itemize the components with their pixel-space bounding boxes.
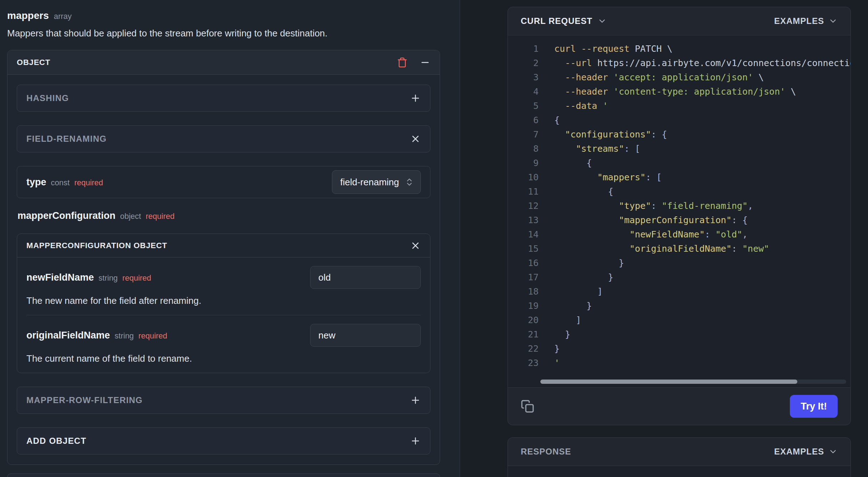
code-line: 7 "configurations": { <box>508 127 851 142</box>
scrollbar-thumb[interactable] <box>540 380 797 384</box>
curl-request-footer: Try It! <box>508 388 851 425</box>
add-object-label: ADD OBJECT <box>26 436 86 446</box>
curl-request-panel: CURL REQUEST EXAMPLES 1curl --request PA… <box>508 7 851 425</box>
field-meta: newFieldName string required <box>26 272 151 283</box>
type-select-value: field-renaming <box>340 177 399 188</box>
collapse-object-button[interactable] <box>420 57 430 68</box>
code-line: 14 "newFieldName": "old", <box>508 227 851 242</box>
add-object-row-outer[interactable]: ADD OBJECT <box>7 473 440 477</box>
mapper-configuration-panel-header: MAPPERCONFIGURATION OBJECT <box>17 234 430 257</box>
field-required: required <box>122 273 151 283</box>
code-line: 10 "mappers": [ <box>508 170 851 185</box>
mapper-configuration-name: mapperConfiguration <box>17 210 116 221</box>
object-panel-body: HASHING FIELD-RENAMING type const r <box>7 75 440 465</box>
type-field-kind: const <box>51 178 70 187</box>
field-heading: mappers array <box>7 10 440 21</box>
type-select[interactable]: field-renaming <box>332 170 421 194</box>
object-panel-actions <box>397 57 430 68</box>
curl-examples-dropdown[interactable]: EXAMPLES <box>774 16 838 26</box>
chevron-down-icon <box>597 16 607 26</box>
curl-request-header: CURL REQUEST EXAMPLES <box>508 7 851 35</box>
object-panel-title: OBJECT <box>17 58 50 67</box>
code-line: 15 "originalFieldName": "new" <box>508 242 851 256</box>
code-line: 19 } <box>508 299 851 313</box>
try-it-button[interactable]: Try It! <box>790 395 838 418</box>
code-line: 2 --url https://api.airbyte.com/v1/conne… <box>508 56 851 70</box>
code-line: 23' <box>508 356 851 370</box>
add-object-row-inner[interactable]: ADD OBJECT <box>17 427 430 455</box>
code-line: 18 ] <box>508 285 851 299</box>
type-field-required: required <box>74 178 103 187</box>
field-name: newFieldName <box>26 272 94 283</box>
response-panel: RESPONSE EXAMPLES <box>508 437 851 477</box>
copy-icon <box>521 400 534 413</box>
plus-icon[interactable] <box>410 93 421 104</box>
type-field-name: type <box>26 177 46 188</box>
section-mapper-row-filtering[interactable]: MAPPER-ROW-FILTERING <box>17 387 430 414</box>
code-line: 13 "mapperConfiguration": { <box>508 213 851 227</box>
schema-form-column: mappers array Mappers that should be app… <box>0 0 460 477</box>
field-kind: string <box>99 273 118 283</box>
field-group-originalFieldName: originalFieldName string required The cu… <box>26 315 421 373</box>
code-line: 5 --data ' <box>508 99 851 113</box>
section-hashing[interactable]: HASHING <box>17 85 430 112</box>
mapper-configuration-required: required <box>146 212 175 221</box>
curl-request-dropdown[interactable]: CURL REQUEST <box>521 16 607 26</box>
field-description: Mappers that should be applied to the st… <box>7 27 440 39</box>
examples-label: EXAMPLES <box>774 447 824 457</box>
code-area: 1curl --request PATCH \2 --url https://a… <box>508 35 851 388</box>
field-row: newFieldName string required <box>26 266 421 289</box>
code-line: 3 --header 'accept: application/json' \ <box>508 70 851 85</box>
field-name: originalFieldName <box>26 330 110 341</box>
code-line: 21 } <box>508 327 851 342</box>
copy-code-button[interactable] <box>521 400 534 413</box>
mapper-configuration-kind: object <box>120 212 141 221</box>
curl-request-title: CURL REQUEST <box>521 16 592 26</box>
mapper-configuration-panel-title: MAPPERCONFIGURATION OBJECT <box>26 241 167 250</box>
code-line: 11 { <box>508 185 851 199</box>
response-header: RESPONSE EXAMPLES <box>508 438 851 466</box>
response-examples-dropdown[interactable]: EXAMPLES <box>774 447 838 457</box>
field-meta: originalFieldName string required <box>26 330 167 341</box>
code-line: 20 ] <box>508 313 851 327</box>
code-line: 1curl --request PATCH \ <box>508 42 851 56</box>
type-field-row: type const required field-renaming <box>17 166 430 198</box>
code-line: 17 } <box>508 270 851 285</box>
plus-icon[interactable] <box>410 436 421 446</box>
originalFieldName-input[interactable] <box>310 324 421 347</box>
object-panel-header: OBJECT <box>7 50 440 75</box>
chevron-down-icon <box>828 16 838 26</box>
code-block: 1curl --request PATCH \2 --url https://a… <box>508 42 851 370</box>
plus-icon[interactable] <box>410 395 421 406</box>
code-line: 16 } <box>508 256 851 270</box>
field-required: required <box>138 331 167 341</box>
code-line: 4 --header 'content-type: application/js… <box>508 85 851 99</box>
code-line: 6{ <box>508 113 851 127</box>
examples-label: EXAMPLES <box>774 16 824 26</box>
delete-object-button[interactable] <box>397 57 408 68</box>
mapper-configuration-panel-body: newFieldName string required The new nam… <box>17 257 430 373</box>
api-playground: mappers array Mappers that should be app… <box>0 0 868 477</box>
field-kind: string <box>115 331 134 341</box>
type-field-meta: type const required <box>26 177 103 188</box>
response-body <box>508 466 851 477</box>
newFieldName-input[interactable] <box>310 266 421 289</box>
field-description: The current name of the field to rename. <box>26 353 421 364</box>
section-hashing-label: HASHING <box>26 93 69 103</box>
section-field-renaming[interactable]: FIELD-RENAMING <box>17 125 430 152</box>
close-icon[interactable] <box>410 240 421 251</box>
code-line: 12 "type": "field-renaming", <box>508 199 851 213</box>
mapper-configuration-panel: MAPPERCONFIGURATION OBJECT newFieldName … <box>17 234 430 373</box>
horizontal-scrollbar[interactable] <box>540 380 846 384</box>
field-group-newFieldName: newFieldName string required The new nam… <box>26 257 421 315</box>
minus-icon <box>420 57 430 68</box>
code-line: 9 { <box>508 156 851 170</box>
code-examples-column: CURL REQUEST EXAMPLES 1curl --request PA… <box>460 0 868 477</box>
field-name: mappers <box>7 10 49 21</box>
field-type-badge: array <box>54 12 72 21</box>
field-row: originalFieldName string required <box>26 324 421 347</box>
trash-icon <box>397 57 408 68</box>
code-line: 22} <box>508 342 851 356</box>
section-field-renaming-label: FIELD-RENAMING <box>26 134 107 144</box>
close-icon[interactable] <box>410 134 421 144</box>
